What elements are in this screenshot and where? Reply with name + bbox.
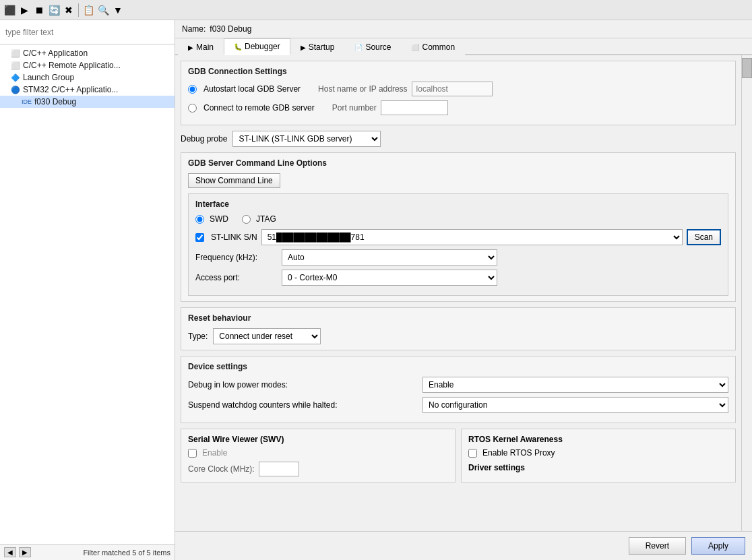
cpp-app-icon: ⬜ — [11, 49, 20, 58]
scrollbar-thumb[interactable] — [742, 58, 752, 78]
tab-main-label: Main — [196, 42, 214, 52]
autostart-label: Autostart local GDB Server — [203, 84, 301, 94]
tab-common[interactable]: ⬜ Common — [401, 38, 465, 55]
watchdog-row: Suspend watchdog counters while halted: … — [188, 397, 728, 413]
jtag-radio-label[interactable]: JTAG — [242, 214, 276, 224]
stlink-select[interactable]: 51█████████████781 — [261, 229, 683, 245]
scrollbar-track[interactable] — [741, 55, 752, 531]
debug-probe-select[interactable]: ST-LINK (ST-LINK GDB server) J-Link — [232, 131, 381, 147]
sidebar-nav: ◀ ▶ — [4, 547, 31, 557]
sidebar-item-label: C/C++ Remote Applicatio... — [23, 61, 121, 70]
swd-radio[interactable] — [195, 215, 204, 224]
clock-row: Core Clock (MHz): 48.0 — [188, 462, 448, 476]
access-port-select[interactable]: 0 - Cortex-M0 1 - Cortex-M4 — [282, 270, 497, 286]
access-port-label: Access port: — [195, 273, 276, 282]
tree-container: ⬜ C/C++ Application ⬜ C/C++ Remote Appli… — [0, 44, 175, 544]
hostname-input[interactable] — [412, 82, 493, 96]
sidebar-item-label: C/C++ Application — [23, 49, 88, 58]
rtos-proxy-label: Enable RTOS Proxy — [482, 448, 555, 458]
gdb-cmdline-section: GDB Server Command Line Options Show Com… — [181, 152, 736, 302]
tab-debugger[interactable]: 🐛 Debugger — [224, 38, 290, 55]
sidebar-item-f030-debug[interactable]: IDE f030 Debug — [0, 96, 175, 108]
stm32-icon: 🔵 — [11, 86, 20, 94]
tab-main[interactable]: ▶ Main — [178, 38, 224, 55]
swv-enable-checkbox[interactable] — [188, 449, 197, 458]
toolbar-icon-filter[interactable]: 🔍 — [96, 3, 110, 17]
name-label: Name: — [182, 24, 206, 34]
tab-startup-label: Startup — [309, 42, 335, 52]
panel-area: GDB Connection Settings Autostart local … — [175, 55, 752, 531]
gdb-cmdline-title: GDB Server Command Line Options — [188, 158, 728, 168]
toolbar-icon-3[interactable]: ⏹ — [32, 3, 46, 17]
toolbar-icon-4[interactable]: 🔄 — [47, 3, 61, 17]
clock-label: Core Clock (MHz): — [188, 464, 255, 474]
panel-main: GDB Connection Settings Autostart local … — [175, 55, 741, 531]
debug-probe-row: Debug probe ST-LINK (ST-LINK GDB server)… — [181, 131, 736, 147]
remote-radio[interactable] — [188, 104, 197, 113]
toolbar-icon-2[interactable]: ▶ — [18, 3, 31, 17]
sidebar-item-cpp-remote[interactable]: ⬜ C/C++ Remote Applicatio... — [0, 59, 175, 71]
jtag-label: JTAG — [256, 214, 276, 224]
filter-status: Filter matched 5 of 5 items — [83, 549, 170, 557]
low-power-select[interactable]: Enable Disable — [422, 377, 728, 393]
port-input[interactable]: 61234 — [381, 100, 448, 115]
name-row: Name: f030 Debug — [175, 20, 752, 38]
swv-enable-label: Enable — [202, 448, 227, 458]
tab-debugger-label: Debugger — [245, 42, 280, 51]
sidebar-item-launch-group[interactable]: 🔷 Launch Group — [0, 71, 175, 84]
main-tab-icon: ▶ — [188, 44, 193, 51]
nav-next-button[interactable]: ▶ — [19, 547, 31, 557]
swv-enable-row: Enable — [188, 448, 448, 458]
interface-radio-row: SWD JTAG — [195, 214, 721, 224]
nav-prev-button[interactable]: ◀ — [4, 547, 16, 557]
revert-button[interactable]: Revert — [629, 537, 686, 555]
source-tab-icon: 📄 — [354, 44, 363, 51]
swd-radio-label[interactable]: SWD — [195, 214, 228, 224]
reset-section: Reset behaviour Type: Connect under rese… — [181, 307, 736, 350]
interface-title: Interface — [195, 199, 721, 209]
debugger-tab-icon: 🐛 — [234, 43, 242, 51]
swv-title: Serial Wire Viewer (SWV) — [188, 435, 448, 444]
swv-section: Serial Wire Viewer (SWV) Enable Core Clo… — [181, 429, 456, 483]
watchdog-select[interactable]: No configuration Enable Disable — [422, 397, 728, 413]
rtos-section: RTOS Kernel Awareness Enable RTOS Proxy … — [461, 429, 736, 483]
filter-input[interactable] — [0, 20, 175, 44]
frequency-select[interactable]: Auto 4000 2000 — [282, 249, 497, 266]
show-command-line-button[interactable]: Show Command Line — [188, 173, 280, 188]
device-title: Device settings — [188, 362, 728, 371]
toolbar-dropdown[interactable]: ▼ — [111, 3, 125, 17]
launch-group-icon: 🔷 — [11, 73, 20, 82]
sidebar-item-cpp-app[interactable]: ⬜ C/C++ Application — [0, 47, 175, 59]
autostart-radio[interactable] — [188, 85, 197, 94]
gdb-connection-section: GDB Connection Settings Autostart local … — [181, 61, 736, 125]
toolbar-icon-copy[interactable]: 📋 — [82, 3, 95, 17]
sidebar: ⬜ C/C++ Application ⬜ C/C++ Remote Appli… — [0, 20, 175, 560]
rtos-proxy-checkbox[interactable] — [468, 449, 477, 458]
port-label: Port number — [332, 103, 377, 113]
startup-tab-icon: ▶ — [301, 44, 306, 51]
tab-common-label: Common — [422, 42, 455, 52]
debug-probe-label: Debug probe — [181, 134, 227, 144]
stlink-label: ST-LINK S/N — [211, 232, 257, 242]
clock-input[interactable]: 48.0 — [259, 462, 299, 476]
common-tab-icon: ⬜ — [411, 44, 419, 51]
name-value: f030 Debug — [210, 24, 251, 34]
jtag-radio[interactable] — [242, 215, 251, 224]
hostname-label: Host name or IP address — [318, 84, 408, 94]
action-bar: Revert Apply — [175, 531, 752, 560]
reset-type-select[interactable]: Connect under reset Software reset Hardw… — [213, 328, 321, 344]
type-row: Type: Connect under reset Software reset… — [188, 328, 728, 344]
stlink-checkbox[interactable] — [195, 233, 204, 242]
toolbar-icon-5[interactable]: ✖ — [62, 3, 75, 17]
tab-source[interactable]: 📄 Source — [344, 38, 401, 55]
content-area: Name: f030 Debug ▶ Main 🐛 Debugger ▶ Sta… — [175, 20, 752, 560]
apply-button[interactable]: Apply — [691, 537, 745, 555]
tab-startup[interactable]: ▶ Startup — [290, 38, 345, 55]
tabs-bar: ▶ Main 🐛 Debugger ▶ Startup 📄 Source ⬜ C… — [175, 38, 752, 55]
toolbar-icon-1[interactable]: ⬛ — [3, 3, 16, 17]
low-power-row: Debug in low power modes: Enable Disable — [188, 377, 728, 393]
scan-button[interactable]: Scan — [687, 229, 721, 245]
sidebar-item-stm32[interactable]: 🔵 STM32 C/C++ Applicatio... — [0, 84, 175, 96]
driver-settings-label: Driver settings — [468, 463, 525, 472]
frequency-row: Frequency (kHz): Auto 4000 2000 — [195, 249, 721, 266]
